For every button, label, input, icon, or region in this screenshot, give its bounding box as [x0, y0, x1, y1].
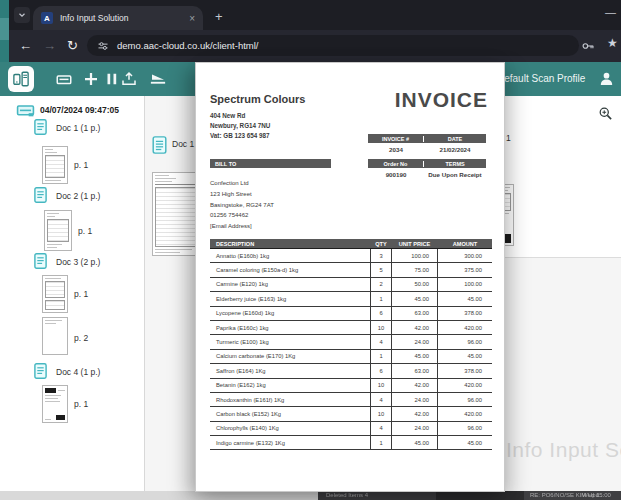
item-unit-price: 100.00: [392, 249, 438, 262]
item-amount: 96.00: [438, 397, 492, 403]
order-no-value: 900190: [368, 170, 424, 179]
invoice-line-item: Annatto (E160b) 1kg 3 100.00 300.00: [210, 249, 492, 263]
item-qty: 10: [370, 407, 392, 420]
invoice-preview-overlay[interactable]: Spectrum Colours 404 New Rd Newbury, RG1…: [195, 62, 505, 492]
background-taskbar-strip[interactable]: Deleted Items 4 RE: PO6/NO/SE KIM Upd...…: [0, 491, 621, 500]
url-text: demo.aac-cloud.co.uk/client-html/: [117, 40, 259, 51]
page-thumbnail-doc4-p1[interactable]: [42, 385, 68, 423]
item-unit-price: 45.00: [392, 350, 438, 363]
background-window-bar[interactable]: Deleted Items 4 RE: PO6/NO/SE KIM Upd...…: [318, 491, 621, 500]
invoice-date-label: DATE: [424, 136, 486, 142]
item-description: Caramel coloring (E150a-d) 1kg: [210, 267, 370, 273]
page-label[interactable]: p. 1: [74, 160, 88, 170]
page-thumbnail-doc1-p1[interactable]: [42, 146, 68, 184]
item-unit-price: 42.00: [392, 321, 438, 334]
back-button[interactable]: ←: [19, 38, 32, 53]
item-qty: 6: [370, 364, 392, 377]
item-unit-price: 63.00: [392, 307, 438, 320]
invoice-line-item: Caramel coloring (E150a-d) 1kg 5 75.00 3…: [210, 263, 492, 277]
sidebar-item-doc3[interactable]: Doc 3 (2 p.): [56, 257, 100, 267]
sidebar-item-doc4[interactable]: Doc 4 (1 p.): [56, 367, 100, 377]
account-icon[interactable]: [598, 70, 615, 87]
add-icon[interactable]: [82, 70, 100, 88]
forward-button[interactable]: →: [43, 38, 56, 53]
item-amount: 300.00: [438, 253, 492, 259]
minimize-button[interactable]: —: [605, 6, 616, 18]
page-label[interactable]: p. 1: [74, 289, 88, 299]
invoice-address-line: 404 New Rd: [210, 112, 245, 119]
item-qty: 1: [370, 292, 392, 305]
item-qty: 4: [370, 393, 392, 406]
bill-to-line: 123 High Street: [210, 191, 252, 197]
password-key-icon[interactable]: [581, 39, 595, 53]
item-unit-price: 24.00: [392, 335, 438, 348]
page-label[interactable]: p. 2: [74, 333, 88, 343]
item-unit-price: 45.00: [392, 292, 438, 305]
item-unit-price: 24.00: [392, 422, 438, 435]
item-unit-price: 42.00: [392, 379, 438, 392]
page-label[interactable]: p. 1: [78, 226, 92, 236]
pause-icon[interactable]: [103, 70, 121, 88]
page-thumbnail-doc2-p1[interactable]: [44, 210, 72, 251]
item-description: Chlorophylls (E140) 1Kg: [210, 425, 370, 431]
item-qty: 1: [370, 436, 392, 449]
page-thumbnail-doc3-p1[interactable]: [42, 275, 68, 313]
item-unit-price: 42.00: [392, 407, 438, 420]
zoom-in-icon[interactable]: [598, 106, 613, 121]
item-description: Carbon black (E152) 1Kg: [210, 411, 370, 417]
page-label[interactable]: p. 1: [74, 399, 88, 409]
order-no-label: Order No: [368, 161, 424, 167]
item-amount: 96.00: [438, 425, 492, 431]
browser-chrome: A Info Input Solution × + — ← → ↻ demo.a…: [9, 0, 621, 62]
taskbar-fragment: Wed 15:00: [582, 492, 611, 498]
invoice-meta-header: INVOICE # DATE: [368, 134, 486, 143]
batch-item-label[interactable]: 04/07/2024 09:47:05: [40, 105, 119, 115]
reload-button[interactable]: ↻: [67, 38, 78, 53]
item-qty: 3: [370, 249, 392, 262]
sidebar-item-doc1[interactable]: Doc 1 (1 p.): [56, 123, 100, 133]
taskbar-fragment-block: [436, 491, 524, 500]
item-amount: 375.00: [438, 267, 492, 273]
bill-to-line: Confection Ltd: [210, 180, 249, 186]
item-description: Saffron (E164) 1Kg: [210, 368, 370, 374]
item-qty: 2: [370, 278, 392, 291]
invoice-line-item: Paprika (E160c) 1kg 10 42.00 420.00: [210, 321, 492, 335]
browser-tab[interactable]: A Info Input Solution ×: [33, 6, 203, 30]
item-amount: 45.00: [438, 353, 492, 359]
tab-search-button[interactable]: [14, 7, 30, 23]
item-description: Annatto (E160b) 1kg: [210, 253, 370, 259]
item-qty: 5: [370, 263, 392, 276]
app-logo[interactable]: [8, 66, 34, 92]
item-description: Betanin (E162) 1kg: [210, 382, 370, 388]
item-amount: 420.00: [438, 382, 492, 388]
upload-icon[interactable]: [120, 70, 138, 88]
document-icon: [34, 119, 47, 135]
item-amount: 45.00: [438, 440, 492, 446]
item-qty: 4: [370, 335, 392, 348]
scan-profile-selector[interactable]: Default Scan Profile: [497, 73, 585, 84]
item-description: Lycopene (E160d) 1kg: [210, 310, 370, 316]
terms-label: TERMS: [424, 161, 486, 167]
item-description: Calcium carbonate (E170) 1Kg: [210, 353, 370, 359]
site-settings-icon[interactable]: [97, 40, 109, 52]
background-window-fragment: [0, 18, 9, 40]
tab-close-icon[interactable]: ×: [189, 13, 195, 24]
invoice-line-item: Chlorophylls (E140) 1Kg 4 24.00 96.00: [210, 422, 492, 436]
item-qty: 10: [370, 379, 392, 392]
item-qty: 1: [370, 350, 392, 363]
item-description: Paprika (E160c) 1kg: [210, 325, 370, 331]
item-amount: 420.00: [438, 411, 492, 417]
page-thumbnail-doc3-p2[interactable]: [42, 317, 68, 355]
new-tab-button[interactable]: +: [215, 9, 223, 24]
invoice-line-item: Carmine (E120) 1kg 2 50.00 100.00: [210, 278, 492, 292]
item-amount: 378.00: [438, 368, 492, 374]
sidebar-item-doc2[interactable]: Doc 2 (1 p.): [56, 191, 100, 201]
invoice-line-item: Indigo carmine (E132) 1Kg 1 45.00 45.00: [210, 436, 492, 450]
flatbed-scanner-icon[interactable]: [148, 70, 168, 88]
document-tree-panel: 04/07/2024 09:47:05 Doc 1 (1 p.) p. 1 Do…: [0, 96, 145, 491]
address-bar[interactable]: demo.aac-cloud.co.uk/client-html/: [87, 35, 579, 56]
scan-batch-icon[interactable]: [55, 70, 73, 88]
hidden-card-label-fragment: 1: [506, 133, 511, 143]
bookmark-star-icon[interactable]: ★: [607, 36, 618, 50]
invoice-line-item: Turmeric (E100) 1kg 4 24.00 96.00: [210, 335, 492, 349]
